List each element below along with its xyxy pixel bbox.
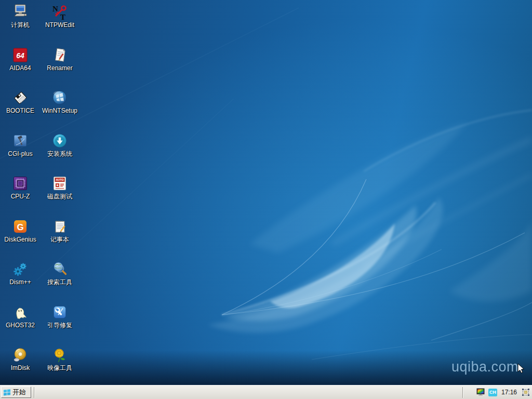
desktop-icon-label: WinNTSetup [42, 108, 77, 114]
desktop-icon-bootice[interactable]: BOOTICE [1, 88, 40, 131]
diskgenius-g-icon: G [11, 218, 29, 235]
desktop-icon-dism[interactable]: Dism++ [1, 259, 40, 302]
desktop-icon-label: NTPWEdit [45, 22, 74, 29]
pecmd-selection-icon[interactable] [521, 388, 530, 396]
aida64-icon: 64 [11, 46, 29, 64]
desktop-icon-notepad[interactable]: 记事本 [40, 217, 79, 260]
desktop-icon-computer[interactable]: 计算机 [1, 2, 40, 45]
desktop-icon-disk-test[interactable]: AUTO 磁盘测试 [40, 174, 79, 217]
notepad-pencil-icon [51, 218, 69, 235]
svg-text:T: T [60, 13, 65, 20]
desktop-icon-ghost32[interactable]: GHOST32 [1, 302, 40, 345]
desktop-icon-label: 安装系统 [47, 151, 72, 157]
desktop-icon-label: CPU-Z [11, 193, 30, 200]
ghost-icon [11, 303, 29, 321]
desktop-icon-label: Dism++ [9, 279, 31, 286]
desktop-icon-install-system[interactable]: 安装系统 [40, 131, 79, 174]
download-arrow-circle-icon [51, 132, 69, 150]
desktop-icon-boot-repair[interactable]: 引导修复 [40, 302, 79, 345]
desktop-icon-label: 引导修复 [47, 322, 72, 329]
system-tray: CH 17:16 [475, 385, 531, 399]
desktop-icon-image-tool[interactable]: 映像工具 [40, 345, 79, 385]
desktop-wallpaper: 计算机 N T NTPWEdit [0, 0, 532, 385]
desktop-icon-label: 搜索工具 [47, 279, 72, 286]
floppy-disk-icon [11, 89, 29, 107]
desktop-icon-cgi-plus[interactable]: CGI-plus [1, 131, 40, 174]
svg-text:AUTO: AUTO [56, 178, 63, 181]
svg-text:64: 64 [16, 51, 24, 59]
ntpwedit-key-icon: N T [51, 3, 69, 21]
desktop-icon-grid: 计算机 N T NTPWEdit [1, 2, 79, 385]
desktop-icon-imdisk[interactable]: ImDisk [1, 345, 40, 385]
desktop-icon-diskgenius[interactable]: G DiskGenius [1, 217, 40, 260]
desktop-icon-label: 计算机 [11, 22, 30, 29]
computer-icon [11, 3, 29, 21]
cpu-chip-icon [11, 175, 29, 192]
windows-sphere-icon [51, 89, 69, 107]
desktop-icon-label: CGI-plus [8, 151, 32, 157]
desktop-icon-cpu-z[interactable]: CPU-Z [1, 174, 40, 217]
desktop-icon-renamer[interactable]: Renamer [40, 45, 79, 88]
wrench-blue-square-icon [51, 303, 69, 321]
desktop-icon-label: 磁盘测试 [47, 193, 72, 200]
start-button-label: 开始 [12, 388, 26, 397]
desktop-icon-ntpwedit[interactable]: N T NTPWEdit [40, 2, 79, 45]
watermark: uqiba.com [451, 359, 518, 375]
display-settings-icon[interactable] [476, 388, 485, 396]
winpe-screen: 计算机 N T NTPWEdit [0, 0, 532, 399]
hammer-blue-square-icon [11, 132, 29, 150]
yellow-rose-icon [51, 346, 69, 364]
windows-logo-icon [3, 389, 11, 396]
svg-text:G: G [17, 222, 23, 232]
desktop-icon-label: ImDisk [11, 365, 30, 371]
wallpaper-swoosh-art [0, 0, 532, 385]
desktop-icon-winntsetup[interactable]: WinNTSetup [40, 88, 79, 131]
desktop-icon-search-tool[interactable]: 搜索工具 [40, 259, 79, 302]
desktop-icon-label: Renamer [47, 65, 72, 72]
taskbar-divider [34, 387, 35, 398]
desktop-icon-label: 映像工具 [47, 365, 72, 371]
renamer-page-pencil-icon [51, 46, 69, 64]
tray-divider [462, 387, 463, 398]
desktop-icon-aida64[interactable]: 64 AIDA64 [1, 45, 40, 88]
gears-icon [11, 260, 29, 278]
globe-magnifier-icon [51, 260, 69, 278]
mouse-cursor [517, 363, 526, 375]
desktop-icon-label: 记事本 [50, 236, 69, 243]
tray-clock[interactable]: 17:16 [500, 389, 518, 396]
disk-test-auto-icon: AUTO [51, 175, 69, 192]
taskbar: 开始 [0, 385, 532, 399]
start-button[interactable]: 开始 [1, 387, 31, 398]
input-method-ch-icon[interactable]: CH [488, 389, 497, 396]
gold-cd-icon [11, 346, 29, 364]
desktop-icon-label: AIDA64 [9, 65, 31, 72]
desktop-icon-label: GHOST32 [6, 322, 35, 329]
desktop-icon-label: BOOTICE [6, 108, 34, 114]
desktop-icon-label: DiskGenius [4, 236, 36, 243]
